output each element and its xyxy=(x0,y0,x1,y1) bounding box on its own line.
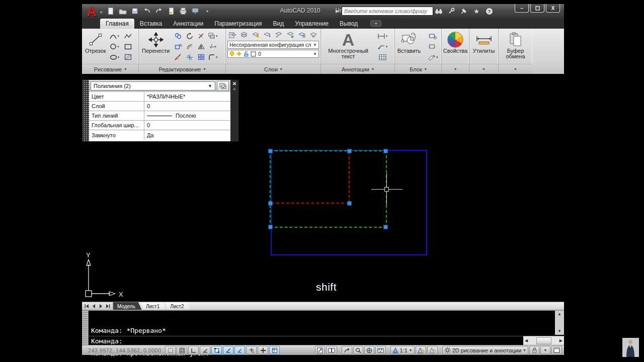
copy-button[interactable] xyxy=(173,31,184,41)
next-tab-button[interactable] xyxy=(98,303,104,309)
qp-row-linetype[interactable]: Тип линий Послою xyxy=(89,111,230,121)
layer-current-button[interactable] xyxy=(296,30,307,40)
tab-annotate[interactable]: Аннотации xyxy=(168,19,209,29)
qp-row-global-width[interactable]: Глобальная шир... 0 xyxy=(89,121,230,130)
dimension-button[interactable]: ▾ xyxy=(375,31,390,41)
help-icon[interactable]: ? xyxy=(485,7,494,16)
drawing-canvas[interactable]: Y X shift ✕ ≡ Полилиния (2) ▼ xyxy=(82,74,564,302)
panel-layers-label[interactable]: Слои▾ xyxy=(226,64,320,74)
extend-button[interactable]: -/--▾ xyxy=(207,42,218,51)
layer-isolate-button[interactable] xyxy=(251,30,262,40)
arc-button[interactable]: ▾ xyxy=(109,31,120,41)
panel-draw-label[interactable]: Рисование▾ xyxy=(82,64,138,74)
command-history[interactable]: Команда: *Прервано* Команда: Противополо… xyxy=(89,311,555,336)
mtext-button[interactable]: A Многострочный текст xyxy=(326,30,371,60)
polyline-button[interactable] xyxy=(122,31,133,41)
scroll-down-icon[interactable]: ▼ xyxy=(557,328,561,335)
tab-view[interactable]: Вид xyxy=(268,19,290,29)
selected-segment-red-vertical[interactable] xyxy=(349,152,350,203)
fillet-button[interactable]: ▾ xyxy=(207,52,218,62)
stretch-button[interactable] xyxy=(173,42,184,51)
toolbar-lock-button[interactable] xyxy=(529,346,539,354)
explode-button[interactable] xyxy=(184,52,195,62)
command-vertical-scrollbar[interactable]: ▲ ▼ xyxy=(555,311,564,335)
tab-layout2[interactable]: Лист2 xyxy=(166,302,190,310)
layer-unisolate-button[interactable] xyxy=(262,30,273,40)
scroll-left-icon[interactable]: ◀ xyxy=(525,337,528,344)
grip[interactable] xyxy=(383,149,388,153)
properties-screen-button[interactable] xyxy=(191,7,200,16)
search-input[interactable] xyxy=(342,7,433,16)
otrack-toggle[interactable] xyxy=(223,346,233,354)
plot-button[interactable] xyxy=(167,7,176,16)
scroll-right-icon[interactable]: ▶ xyxy=(559,337,562,344)
palette-grip[interactable] xyxy=(83,80,89,141)
close-button[interactable]: X xyxy=(546,4,560,13)
quick-properties-toggle[interactable] xyxy=(269,346,280,354)
undo-button[interactable] xyxy=(142,7,151,16)
rotate-button[interactable] xyxy=(184,31,195,41)
block-update-button[interactable] xyxy=(425,42,440,51)
prev-tab-button[interactable] xyxy=(91,303,97,309)
offset-button[interactable] xyxy=(184,42,195,51)
print-button[interactable] xyxy=(179,7,188,16)
layer-freeze-button[interactable] xyxy=(274,30,285,40)
overlap-order-button[interactable]: ▾ xyxy=(207,31,218,41)
app-menu-button[interactable]: A xyxy=(83,3,100,20)
subscription-wrench-icon[interactable] xyxy=(447,7,456,16)
last-tab-button[interactable] xyxy=(105,303,111,309)
layer-dropdown[interactable]: 0 ▼ xyxy=(227,50,319,58)
hatch-button[interactable] xyxy=(122,52,133,62)
show-motion-button[interactable] xyxy=(375,346,386,354)
ducs-toggle[interactable] xyxy=(246,346,257,354)
coordinates-readout[interactable]: 243.9972, 144.5362, 0.0000 xyxy=(88,347,161,353)
tab-manage[interactable]: Управление xyxy=(289,19,334,29)
toolbar-overflow-button[interactable]: ▾ xyxy=(203,7,212,16)
block-edit-button[interactable] xyxy=(425,31,440,41)
new-file-button[interactable] xyxy=(106,7,115,16)
layer-states-button[interactable] xyxy=(239,30,250,40)
zoom-button[interactable] xyxy=(353,346,363,354)
tab-model[interactable]: Модель xyxy=(113,302,142,310)
tab-insert[interactable]: Вставка xyxy=(134,19,168,29)
model-space-button[interactable] xyxy=(315,346,325,354)
rectangle-button[interactable] xyxy=(122,42,133,51)
qp-row-color[interactable]: Цвет *РАЗЛИЧНЫЕ* xyxy=(89,92,230,102)
selected-polyline-green[interactable] xyxy=(270,150,387,228)
palette-options-icon[interactable]: ≡ xyxy=(233,87,235,92)
grip[interactable] xyxy=(383,225,388,229)
qp-row-closed[interactable]: Замкнуто Да xyxy=(89,130,230,140)
command-input-line[interactable]: Команда: xyxy=(89,336,523,345)
move-button[interactable]: Перенести xyxy=(140,30,171,55)
first-tab-button[interactable] xyxy=(84,303,90,309)
snap-tracking-toggle[interactable] xyxy=(234,346,245,354)
scroll-up-icon[interactable]: ▲ xyxy=(557,311,561,318)
tab-parametric[interactable]: Параметризация xyxy=(209,19,267,29)
open-file-button[interactable] xyxy=(118,7,127,16)
dyn-input-toggle[interactable] xyxy=(258,346,268,354)
favorites-star-icon[interactable]: ★ xyxy=(472,7,481,16)
search-binoculars-icon[interactable] xyxy=(434,7,443,16)
redo-button[interactable] xyxy=(154,7,164,16)
block-attributes-button[interactable]: ▾ xyxy=(425,52,440,62)
grip[interactable] xyxy=(268,149,273,153)
osnap-toggle[interactable] xyxy=(211,346,222,354)
grip[interactable] xyxy=(347,201,352,206)
panel-block-label[interactable]: Блок▾ xyxy=(395,64,441,74)
tab-home[interactable]: Главная xyxy=(100,19,134,29)
panel-clipboard-label[interactable]: ▾ xyxy=(499,64,532,74)
layout-space-button[interactable] xyxy=(326,346,337,354)
erase-button[interactable] xyxy=(173,52,184,62)
workspace-switcher[interactable]: 2D рисование и аннотации ▼ xyxy=(442,346,528,354)
ortho-toggle[interactable] xyxy=(188,346,199,354)
grip[interactable] xyxy=(268,201,273,206)
paste-button[interactable]: Буфер обмена xyxy=(500,30,531,60)
selection-type-dropdown[interactable]: Полилиния (2) ▼ xyxy=(91,81,215,90)
annotation-visibility-button[interactable] xyxy=(416,346,426,354)
restore-button[interactable] xyxy=(530,4,544,13)
annotation-autoscale-button[interactable] xyxy=(427,346,438,354)
layer-match-button[interactable] xyxy=(308,30,319,40)
qp-settings-button[interactable] xyxy=(217,81,229,91)
qp-row-layer[interactable]: Слой 0 xyxy=(89,102,230,111)
ellipse-button[interactable]: ▾ xyxy=(109,52,120,62)
